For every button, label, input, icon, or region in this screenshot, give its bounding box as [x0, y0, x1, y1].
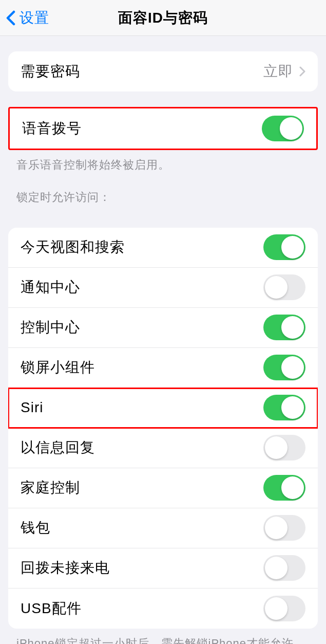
- lock-access-label: Siri: [21, 399, 43, 416]
- toggle-knob: [281, 236, 304, 259]
- lock-access-row: USB配件: [8, 588, 318, 629]
- lock-access-toggle[interactable]: [263, 515, 305, 541]
- lock-access-label: 回拨未接来电: [21, 558, 110, 578]
- lock-access-toggle[interactable]: [263, 395, 305, 420]
- lock-access-toggle[interactable]: [263, 355, 305, 380]
- nav-back-label: 设置: [20, 8, 49, 28]
- toggle-knob: [265, 276, 287, 299]
- voice-dial-row: 语音拨号: [10, 108, 316, 149]
- lock-access-toggle[interactable]: [263, 475, 305, 501]
- lock-access-label: 今天视图和搜索: [21, 237, 125, 257]
- lock-access-group: 今天视图和搜索通知中心控制中心锁屏小组件Siri以信息回复家庭控制钱包回拨未接来…: [8, 228, 318, 629]
- lock-access-label: 钱包: [21, 518, 50, 538]
- usb-footer: iPhone锁定超过一小时后，需先解锁iPhone才能允许USB配件连接。: [0, 629, 326, 644]
- content: 需要密码 立即 语音拨号 音乐语音控制将始终被启用。 锁定时允许访问： 今天视图…: [0, 51, 326, 644]
- toggle-knob: [281, 396, 304, 419]
- lock-access-row: 通知中心: [8, 268, 318, 308]
- chevron-right-icon: [299, 66, 305, 77]
- require-passcode-value-text: 立即: [263, 62, 293, 81]
- lock-access-label: 家庭控制: [21, 478, 80, 498]
- lock-access-label: 锁屏小组件: [21, 358, 95, 377]
- toggle-knob: [281, 316, 304, 339]
- toggle-knob: [265, 517, 287, 539]
- chevron-left-icon: [6, 10, 15, 26]
- nav-back-button[interactable]: 设置: [0, 8, 49, 28]
- require-passcode-row[interactable]: 需要密码 立即: [8, 51, 318, 91]
- lock-access-row: 控制中心: [8, 308, 318, 348]
- toggle-knob: [280, 117, 302, 140]
- toggle-knob: [265, 597, 287, 620]
- lock-access-label: USB配件: [21, 599, 82, 618]
- lock-access-label: 通知中心: [21, 278, 80, 297]
- lock-access-label: 以信息回复: [21, 438, 95, 457]
- voice-dial-footer: 音乐语音控制将始终被启用。: [0, 150, 326, 173]
- toggle-knob: [265, 557, 287, 579]
- voice-dial-group: 语音拨号: [8, 107, 318, 150]
- lock-access-row: 以信息回复: [8, 428, 318, 468]
- lock-access-row: 家庭控制: [8, 468, 318, 508]
- nav-bar: 设置 面容ID与密码: [0, 0, 326, 36]
- lock-access-toggle[interactable]: [263, 315, 305, 340]
- nav-title: 面容ID与密码: [118, 8, 208, 28]
- lock-access-row: 锁屏小组件: [8, 348, 318, 388]
- lock-access-toggle[interactable]: [263, 596, 305, 621]
- toggle-knob: [265, 436, 287, 459]
- lock-access-row: 钱包: [8, 508, 318, 548]
- lock-access-row: Siri: [8, 388, 318, 428]
- toggle-knob: [281, 476, 304, 499]
- require-passcode-value: 立即: [263, 62, 305, 81]
- lock-access-toggle[interactable]: [263, 435, 305, 461]
- require-passcode-label: 需要密码: [21, 62, 80, 81]
- lock-access-toggle[interactable]: [263, 234, 305, 260]
- lock-access-header: 锁定时允许访问：: [0, 173, 326, 212]
- lock-access-row: 回拨未接来电: [8, 548, 318, 588]
- lock-access-label: 控制中心: [21, 318, 80, 337]
- toggle-knob: [281, 356, 304, 379]
- lock-access-toggle[interactable]: [263, 555, 305, 581]
- lock-access-toggle[interactable]: [263, 274, 305, 300]
- lock-access-row: 今天视图和搜索: [8, 228, 318, 268]
- voice-dial-label: 语音拨号: [22, 119, 82, 138]
- require-passcode-group: 需要密码 立即: [8, 51, 318, 91]
- voice-dial-toggle[interactable]: [262, 116, 304, 141]
